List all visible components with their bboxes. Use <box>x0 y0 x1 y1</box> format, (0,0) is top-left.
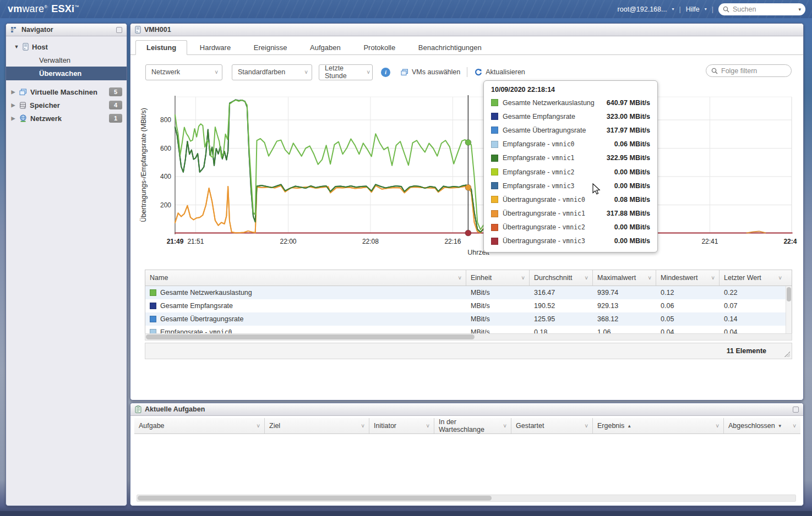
chevron-down-icon[interactable]: ˅ <box>426 423 429 429</box>
vm-expander-icon[interactable]: ▶ <box>10 89 16 95</box>
mouse-cursor <box>591 183 602 195</box>
column-header-name[interactable]: Name˅ <box>145 270 466 286</box>
cell-value: 368.12 <box>597 315 618 323</box>
user-menu-caret-icon[interactable]: ▾ <box>672 7 674 12</box>
search-scope-caret-icon[interactable]: ▾ <box>798 7 801 12</box>
chevron-down-icon[interactable]: ˅ <box>361 423 364 429</box>
column-header-mindestwert[interactable]: Mindestwert˅ <box>656 270 720 286</box>
network-icon <box>19 114 27 122</box>
column-label: Gestartet <box>516 422 544 430</box>
chevron-down-icon[interactable]: ˅ <box>793 423 796 429</box>
time-range-select[interactable]: Letzte Stunde ˅ <box>319 64 373 80</box>
chart-tooltip: 10/09/2020 22:18:14 Gesamte Netzwerkausl… <box>483 80 658 252</box>
sidebar-item-virtuelle-maschinen[interactable]: ▶ Virtuelle Maschinen 5 <box>6 85 127 98</box>
user-menu[interactable]: root@192.168... <box>618 6 667 13</box>
chevron-down-icon[interactable]: ˅ <box>503 423 506 429</box>
sidebar-item-speicher[interactable]: ▶ Speicher 4 <box>6 98 127 112</box>
column-label: Initiator <box>374 422 396 430</box>
svg-text:22:00: 22:00 <box>280 238 296 245</box>
tooltip-timestamp: 10/09/2020 22:18:14 <box>491 86 650 94</box>
host-expander-icon[interactable]: ▼ <box>14 44 19 50</box>
tab-leistung[interactable]: Leistung <box>135 40 187 55</box>
column-header-gestartet[interactable]: Gestartet˅ <box>511 418 593 433</box>
stats-vertical-scrollbar[interactable] <box>786 286 792 334</box>
sidebar-item-verwalten[interactable]: Verwalten <box>6 53 127 67</box>
tab-aufgaben[interactable]: Aufgaben <box>299 41 351 56</box>
series-label: Übertragungsrate - vmnic0 <box>503 196 585 204</box>
nic-name: vmnic2 <box>552 168 575 176</box>
nic-name: vmnic2 <box>562 223 585 231</box>
info-icon[interactable]: i <box>381 68 390 77</box>
chevron-down-icon[interactable]: ˅ <box>648 275 651 281</box>
svg-text:21:49: 21:49 <box>167 238 184 245</box>
sidebar-item-host[interactable]: ▼ Host <box>6 40 127 53</box>
column-header-abgeschlossen[interactable]: Abgeschlossen▼˅ <box>724 418 800 433</box>
series-label: Gesamte Übertragungsrate <box>503 127 586 134</box>
sort-asc-icon: ▲ <box>627 424 631 429</box>
column-label: Ergebnis <box>597 422 624 430</box>
logo-esxi: ESXi <box>51 3 74 14</box>
tab-benachrichtigungen[interactable]: Benachrichtigungen <box>408 41 492 56</box>
series-color-swatch <box>150 316 156 322</box>
select-vms-button[interactable]: VMs auswählen <box>401 68 460 76</box>
column-header-ziel[interactable]: Ziel˅ <box>265 418 369 433</box>
chevron-down-icon[interactable]: ˅ <box>521 275 525 281</box>
metric-select[interactable]: Netzwerk ˅ <box>145 64 222 80</box>
chevron-down-icon[interactable]: ˅ <box>585 275 588 281</box>
sidebar-item-netzwerk[interactable]: ▶ Netzwerk 1 <box>6 112 127 125</box>
cell-value: 0.14 <box>724 315 737 323</box>
tab-protokolle[interactable]: Protokolle <box>353 41 406 56</box>
chevron-down-icon[interactable]: ˅ <box>716 423 719 429</box>
sidebar-item-ueberwachen[interactable]: Überwachen <box>6 67 127 80</box>
stats-horizontal-scrollbar[interactable] <box>145 333 792 341</box>
resize-grip[interactable] <box>784 352 790 357</box>
column-header-initiator[interactable]: Initiator˅ <box>369 418 434 433</box>
host-icon <box>135 26 141 34</box>
chevron-down-icon[interactable]: ˅ <box>585 423 588 429</box>
colors-select[interactable]: Standardfarben ˅ <box>232 64 312 80</box>
column-label: Einheit <box>471 274 492 282</box>
cell-value: 0.05 <box>661 315 674 323</box>
sidebar-item-label: Virtuelle Maschinen <box>30 88 97 96</box>
performance-chart[interactable]: 20040060080021:4921:5122:0022:0822:1622:… <box>138 87 797 258</box>
help-menu[interactable]: Hilfe <box>686 6 700 13</box>
chevron-down-icon[interactable]: ˅ <box>458 275 461 281</box>
filter-input[interactable]: Folge filtern <box>706 64 792 77</box>
help-menu-caret-icon[interactable]: ▾ <box>705 7 707 12</box>
refresh-button[interactable]: Aktualisieren <box>474 68 525 76</box>
column-header-durchschnitt[interactable]: Durchschnitt˅ <box>530 270 593 286</box>
series-label: Empfangsrate - vmnic3 <box>503 182 574 190</box>
series-label: Empfangsrate - vmnic2 <box>503 168 574 176</box>
tab-ereignisse[interactable]: Ereignisse <box>243 41 298 56</box>
column-header-in-der-warteschlange[interactable]: In der Warteschlange˅ <box>434 418 511 433</box>
sidebar-item-label: Überwachen <box>39 69 81 78</box>
svg-text:22:41: 22:41 <box>701 238 718 245</box>
table-row[interactable]: Gesamte NetzwerkauslastungMBit/s316.4793… <box>145 286 792 299</box>
tooltip-row: Übertragungsrate - vmnic20.00 MBit/s <box>491 221 650 234</box>
column-label: In der Warteschlange <box>439 418 503 433</box>
svg-text:22:08: 22:08 <box>362 238 379 245</box>
table-row[interactable]: Gesamte ÜbertragungsrateMBit/s125.95368.… <box>145 312 792 326</box>
svg-text:Übertragungs-/Empfangsrate (MB: Übertragungs-/Empfangsrate (MBit/s) <box>140 108 148 222</box>
column-header-einheit[interactable]: Einheit˅ <box>466 270 530 286</box>
global-search-input[interactable]: Suchen ▾ <box>718 3 805 15</box>
tab-hardware[interactable]: Hardware <box>189 41 241 56</box>
column-header-letzter-wert[interactable]: Letzter Wert˅ <box>720 270 786 286</box>
storage-expander-icon[interactable]: ▶ <box>10 102 16 108</box>
series-color-swatch <box>491 238 498 245</box>
navigator-popout-icon[interactable] <box>116 27 122 33</box>
column-header-aufgabe[interactable]: Aufgabe˅ <box>134 418 265 433</box>
series-value: 0.08 MBit/s <box>614 196 650 204</box>
tasks-horizontal-scrollbar[interactable] <box>137 495 796 502</box>
table-row[interactable]: Empfangsrate - vmnic0MBit/s0.181.060.040… <box>145 326 792 334</box>
chevron-down-icon[interactable]: ˅ <box>711 275 715 281</box>
network-expander-icon[interactable]: ▶ <box>10 116 16 121</box>
table-row[interactable]: Gesamte EmpfangsrateMBit/s190.52929.130.… <box>145 299 792 312</box>
column-header-maximalwert[interactable]: Maximalwert˅ <box>593 270 656 286</box>
chevron-down-icon[interactable]: ˅ <box>257 423 260 429</box>
tasks-popout-icon[interactable] <box>793 407 799 413</box>
chevron-down-icon[interactable]: ˅ <box>778 275 782 281</box>
tooltip-row: Empfangsrate - vmnic1322.95 MBit/s <box>491 151 650 165</box>
series-label: Empfangsrate - vmnic0 <box>503 140 574 148</box>
column-header-ergebnis[interactable]: Ergebnis▲˅ <box>593 418 724 433</box>
